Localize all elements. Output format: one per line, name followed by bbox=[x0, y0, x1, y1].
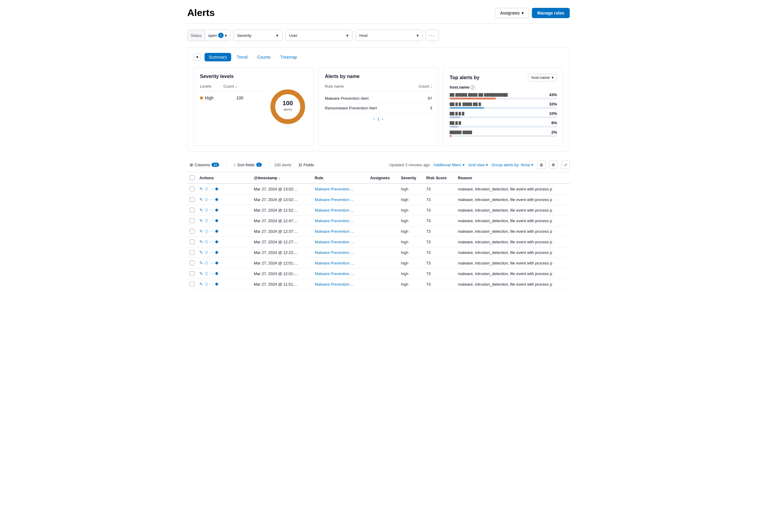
more-filters-button[interactable]: ··· bbox=[426, 30, 439, 41]
host-filter[interactable]: Host ▾ bbox=[355, 30, 423, 41]
manage-rules-button[interactable]: Manage rules bbox=[532, 8, 570, 18]
row-checkbox[interactable] bbox=[190, 282, 195, 287]
assignees-col-header[interactable]: Assignees bbox=[368, 172, 399, 183]
more-icon[interactable]: ··· bbox=[210, 261, 213, 265]
more-icon[interactable]: ··· bbox=[210, 282, 213, 286]
more-icon[interactable]: ··· bbox=[210, 272, 213, 275]
edit-icon[interactable]: ✎ bbox=[199, 239, 203, 244]
edit-icon[interactable]: ✎ bbox=[199, 229, 203, 234]
host-filter-select[interactable]: Host ▾ bbox=[356, 30, 422, 41]
shield-icon[interactable]: ⬟ bbox=[215, 240, 218, 244]
edit-icon[interactable]: ✎ bbox=[199, 282, 203, 287]
status-filter[interactable]: Status open 1 ▾ bbox=[187, 30, 230, 41]
tab-treemap[interactable]: Treemap bbox=[276, 53, 301, 61]
assignees-button[interactable]: Assignees ▾ bbox=[495, 8, 529, 18]
edit-icon[interactable]: ✎ bbox=[199, 186, 203, 191]
row-rule[interactable]: Malware Prevention ... bbox=[312, 247, 368, 258]
fullscreen-icon-button[interactable]: ⤢ bbox=[561, 160, 570, 169]
row-rule[interactable]: Malware Prevention ... bbox=[312, 268, 368, 279]
sort-fields-button[interactable]: ↕ Sort fields 1 bbox=[231, 161, 264, 169]
row-checkbox[interactable] bbox=[190, 261, 195, 266]
shield-icon[interactable]: ⬟ bbox=[215, 197, 218, 202]
rule-col-header[interactable]: Rule bbox=[312, 172, 368, 183]
investigate-icon[interactable]: ⬡ bbox=[205, 218, 208, 223]
collapse-button[interactable]: ▼ bbox=[194, 53, 201, 61]
shield-icon[interactable]: ⬟ bbox=[215, 282, 218, 286]
investigate-icon[interactable]: ⬡ bbox=[205, 240, 208, 244]
investigate-icon[interactable]: ⬡ bbox=[205, 261, 208, 265]
user-filter-select[interactable]: User ▾ bbox=[286, 30, 352, 41]
timestamp-col-header[interactable]: @timestamp ↓ bbox=[252, 172, 312, 183]
investigate-icon[interactable]: ⬡ bbox=[205, 282, 208, 286]
row-checkbox[interactable] bbox=[190, 186, 195, 191]
tab-trend[interactable]: Trend bbox=[232, 53, 252, 61]
more-icon[interactable]: ··· bbox=[210, 219, 213, 222]
shield-icon[interactable]: ⬟ bbox=[215, 218, 218, 223]
top-alert-row-5: █████-████ 2% bbox=[450, 130, 557, 137]
row-rule[interactable]: Malware Prevention ... bbox=[312, 194, 368, 205]
more-icon[interactable]: ··· bbox=[210, 229, 213, 233]
row-reason: malware, intrusion_detection, file event… bbox=[456, 237, 570, 247]
more-icon[interactable]: ··· bbox=[210, 251, 213, 254]
select-all-checkbox[interactable] bbox=[190, 175, 195, 180]
row-checkbox[interactable] bbox=[190, 197, 195, 202]
group-alerts-button[interactable]: Group alerts by: None ▾ bbox=[492, 163, 533, 167]
row-checkbox[interactable] bbox=[190, 271, 195, 276]
row-rule[interactable]: Malware Prevention ... bbox=[312, 226, 368, 237]
row-checkbox[interactable] bbox=[190, 250, 195, 255]
row-checkbox[interactable] bbox=[190, 239, 195, 244]
shield-icon[interactable]: ⬟ bbox=[215, 208, 218, 212]
edit-icon[interactable]: ✎ bbox=[199, 250, 203, 255]
additional-filters-button[interactable]: Additional filters ▾ bbox=[434, 163, 465, 167]
row-checkbox[interactable] bbox=[190, 208, 195, 212]
severity-filter[interactable]: Severity ▾ bbox=[233, 30, 282, 41]
shield-icon[interactable]: ⬟ bbox=[215, 229, 218, 233]
status-filter-value[interactable]: open 1 ▾ bbox=[205, 30, 230, 41]
edit-icon[interactable]: ✎ bbox=[199, 261, 203, 266]
table-view-icon-button[interactable]: ⊞ bbox=[537, 160, 546, 169]
top-alerts-select[interactable]: host.name ▾ bbox=[528, 74, 557, 81]
more-icon[interactable]: ··· bbox=[210, 187, 213, 191]
row-rule[interactable]: Malware Prevention ... bbox=[312, 237, 368, 247]
settings-icon-button[interactable]: ⚙ bbox=[549, 160, 558, 169]
more-icon[interactable]: ··· bbox=[210, 208, 213, 212]
tab-summary[interactable]: Summary bbox=[204, 53, 231, 61]
more-icon[interactable]: ··· bbox=[210, 198, 213, 201]
table-row: ✎ ⬡ ··· ⬟ Mar 27, 2024 @ 11:51:... Malwa… bbox=[187, 279, 570, 290]
reason-col-header[interactable]: Reason bbox=[456, 172, 570, 183]
severity-filter-select[interactable]: Severity ▾ bbox=[233, 30, 282, 41]
shield-icon[interactable]: ⬟ bbox=[215, 271, 218, 276]
investigate-icon[interactable]: ⬡ bbox=[205, 271, 208, 276]
next-page-button[interactable]: › bbox=[382, 117, 383, 121]
row-rule[interactable]: Malware Prevention ... bbox=[312, 279, 368, 290]
row-rule[interactable]: Malware Prevention ... bbox=[312, 258, 368, 268]
risk-score-col-header[interactable]: Risk Score bbox=[424, 172, 456, 183]
investigate-icon[interactable]: ⬡ bbox=[205, 187, 208, 191]
tab-counts[interactable]: Counts bbox=[253, 53, 275, 61]
user-filter[interactable]: User ▾ bbox=[285, 30, 352, 41]
row-rule[interactable]: Malware Prevention ... bbox=[312, 205, 368, 215]
prev-page-button[interactable]: ‹ bbox=[374, 117, 375, 121]
row-checkbox[interactable] bbox=[190, 229, 195, 234]
edit-icon[interactable]: ✎ bbox=[199, 208, 203, 212]
edit-icon[interactable]: ✎ bbox=[199, 218, 203, 223]
investigate-icon[interactable]: ⬡ bbox=[205, 229, 208, 233]
investigate-icon[interactable]: ⬡ bbox=[205, 197, 208, 202]
shield-icon[interactable]: ⬟ bbox=[215, 187, 218, 191]
shield-icon[interactable]: ⬟ bbox=[215, 250, 218, 255]
more-icon[interactable]: ··· bbox=[210, 240, 213, 244]
edit-icon[interactable]: ✎ bbox=[199, 271, 203, 276]
grid-view-button[interactable]: Grid view ▾ bbox=[469, 163, 488, 167]
current-page[interactable]: 1 bbox=[377, 117, 379, 121]
severity-col-header[interactable]: Severity bbox=[399, 172, 424, 183]
fields-button[interactable]: ⊟ Fields bbox=[296, 161, 317, 169]
edit-icon[interactable]: ✎ bbox=[199, 197, 203, 202]
row-rule[interactable]: Malware Prevention ... bbox=[312, 215, 368, 226]
row-checkbox[interactable] bbox=[190, 218, 195, 223]
investigate-icon[interactable]: ⬡ bbox=[205, 208, 208, 212]
shield-icon[interactable]: ⬟ bbox=[215, 261, 218, 265]
columns-button[interactable]: ⊞ Columns 16 bbox=[187, 161, 222, 169]
row-rule[interactable]: Malware Prevention ... bbox=[312, 183, 368, 194]
investigate-icon[interactable]: ⬡ bbox=[205, 250, 208, 255]
row-risk-score: 73 bbox=[424, 247, 456, 258]
